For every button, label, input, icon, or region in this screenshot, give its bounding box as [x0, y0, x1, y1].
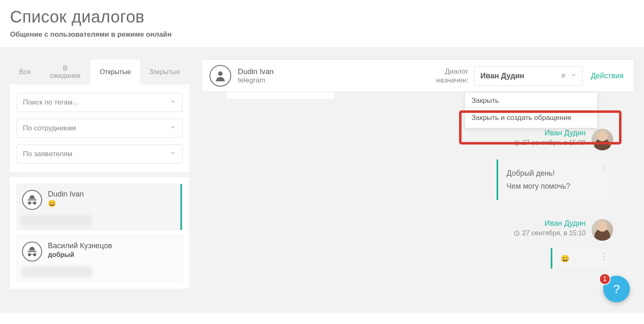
filters-panel: Поиск по тегам... По сотрудникам По заяв… [10, 85, 189, 172]
filter-clients-select[interactable]: По заявителям [17, 145, 182, 164]
help-icon: ? [613, 282, 620, 296]
message-line: Добрый день! [507, 167, 595, 180]
content-area: Все В ожидании Открытые Закрытые Поиск п… [0, 47, 644, 313]
dialog-item-preview: добрый [48, 251, 112, 259]
message-time: 27 сентября, в 15:09 [514, 139, 586, 147]
assign-select[interactable]: Иван Дудин ✕ [474, 66, 582, 86]
dialog-tabs: Все В ожидании Открытые Закрытые [10, 60, 189, 85]
chat-channel: telegram [238, 76, 274, 85]
tab-closed[interactable]: Закрытые [140, 60, 189, 85]
message-sender: Иван Дудин [514, 129, 586, 137]
message-menu-icon[interactable]: ⋮ [600, 254, 608, 258]
message-line: Чем могу помочь? [507, 180, 595, 193]
dropdown-close[interactable]: Закрыть [465, 92, 597, 107]
chevron-down-icon [170, 150, 176, 159]
clear-icon[interactable]: ✕ [561, 72, 566, 80]
incognito-avatar-icon [22, 190, 42, 210]
tab-pending[interactable]: В ожидании [40, 60, 91, 85]
message-bubble: Добрый день! Чем могу помочь? ⋮ [497, 160, 613, 200]
dropdown-close-create[interactable]: Закрыть и создать обращение [465, 107, 597, 128]
emoji-icon: 😀 [561, 255, 569, 263]
filter-staff-select[interactable]: По сотрудникам [17, 119, 182, 138]
chat-panel: Dudin Ivan telegram Диалог назначен: Ива… [202, 60, 634, 313]
chevron-down-icon [570, 72, 577, 80]
filter-tags-select[interactable]: Поиск по тегам... [17, 93, 182, 112]
user-avatar-icon [210, 65, 231, 87]
assign-label: Диалог назначен: [436, 67, 468, 85]
operator-avatar [592, 219, 613, 241]
dialog-item[interactable]: Dudin Ivan 😀 [17, 184, 182, 230]
filter-staff-placeholder: По сотрудникам [23, 124, 76, 132]
chevron-down-icon [170, 124, 176, 133]
redacted-area [21, 215, 92, 226]
incognito-avatar-icon [22, 242, 42, 262]
dialog-item-name: Василий Кузнецов [48, 242, 112, 250]
message-header: Иван Дудин 27 сентября, в 15:10 [202, 219, 634, 241]
message-header: Иван Дудин 27 сентября, в 15:09 [202, 129, 634, 150]
message-sender: Иван Дудин [514, 219, 586, 228]
dialog-item[interactable]: Василий Кузнецов добрый [17, 235, 182, 282]
svg-point-0 [218, 71, 223, 76]
truncated-message [227, 92, 335, 100]
chat-user-name: Dudin Ivan [238, 67, 274, 76]
clock-icon [514, 140, 520, 146]
message-bubble: 😀 ⋮ [551, 248, 613, 269]
dialog-list: Dudin Ivan 😀 Василий Кузнецов добрый [10, 177, 189, 289]
chevron-down-icon [170, 98, 176, 107]
help-fab[interactable]: ? 1 [603, 276, 630, 302]
assign-select-value: Иван Дудин [480, 72, 524, 80]
chat-header: Dudin Ivan telegram Диалог назначен: Ива… [202, 60, 634, 92]
page-subtitle: Общение с пользователями в режиме онлайн [10, 30, 634, 39]
chat-user-info: Dudin Ivan telegram [238, 67, 274, 85]
left-column: Все В ожидании Открытые Закрытые Поиск п… [10, 60, 189, 313]
page-title: Список диалогов [10, 7, 634, 26]
filter-tags-placeholder: Поиск по тегам... [23, 98, 78, 106]
actions-dropdown: Закрыть Закрыть и создать обращение [464, 92, 598, 128]
message-time: 27 сентября, в 15:10 [514, 229, 586, 237]
actions-menu-trigger[interactable]: Действия [588, 68, 626, 84]
redacted-area [21, 267, 92, 277]
dialog-item-preview: 😀 [48, 199, 84, 207]
message-menu-icon[interactable]: ⋮ [600, 165, 608, 169]
tab-open[interactable]: Открытые [90, 60, 140, 85]
dialog-item-name: Dudin Ivan [48, 190, 84, 199]
operator-avatar [592, 129, 613, 150]
page-header: Список диалогов Общение с пользователями… [0, 0, 644, 47]
clock-icon [514, 230, 520, 237]
tab-all[interactable]: Все [10, 60, 40, 85]
notification-badge: 1 [599, 273, 611, 285]
filter-clients-placeholder: По заявителям [23, 150, 72, 158]
